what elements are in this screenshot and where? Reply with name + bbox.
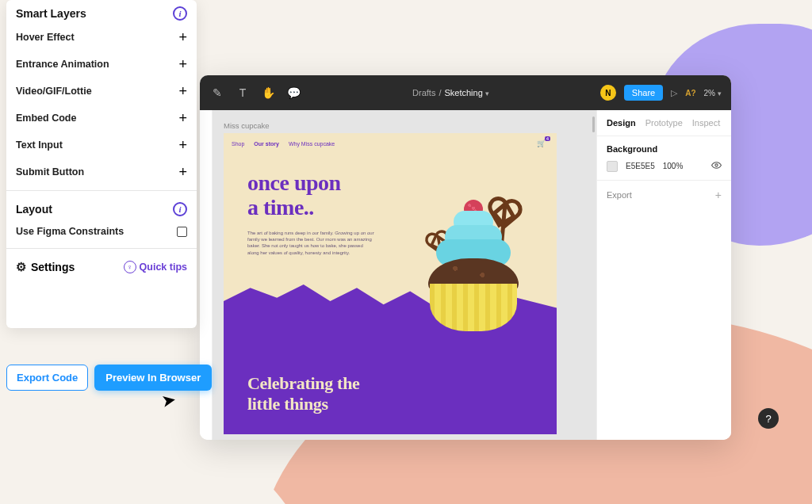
background-title: Background (607, 144, 722, 154)
label: Entrance Animation (16, 59, 109, 70)
nav-why[interactable]: Why Miss cupcake (289, 141, 335, 147)
hero-title: once upon a time.. (247, 171, 390, 220)
plus-icon: + (178, 111, 187, 125)
breadcrumb-drafts: Drafts (412, 88, 435, 97)
label: Video/GIF/Lottie (16, 86, 92, 97)
inspector-panel: Design Prototype Inspect Background E5E5… (596, 110, 731, 440)
cart-badge: 4 (545, 136, 550, 141)
inspector-tabs: Design Prototype Inspect (597, 110, 731, 136)
settings-button[interactable]: Settings (16, 260, 75, 274)
label: Submit Button (16, 166, 84, 178)
label: Hover Effect (16, 32, 75, 43)
settings-title: Settings (31, 261, 75, 273)
row-video-gif-lottie[interactable]: Video/GIF/Lottie + (6, 78, 197, 105)
color-swatch[interactable] (607, 161, 618, 172)
label: Text Input (16, 139, 63, 151)
celebrate-l1: Celebrating the (247, 373, 360, 393)
breadcrumb-sep: / (439, 88, 441, 97)
hero-body: The art of baking runs deep in our famil… (247, 230, 374, 257)
divider (6, 248, 197, 249)
settings-row: Settings ♀ Quick tips (6, 254, 197, 281)
row-submit-button[interactable]: Submit Button + (6, 158, 197, 185)
export-section[interactable]: Export + (597, 181, 731, 209)
plugin-panel: Smart Layers i Hover Effect + Entrance A… (6, 0, 197, 328)
visibility-icon[interactable] (711, 160, 722, 172)
layout-title: Layout (16, 203, 52, 216)
checkbox-icon[interactable] (177, 227, 187, 237)
hero-title-l2: a time.. (247, 196, 390, 220)
avatar[interactable]: N (600, 85, 616, 101)
breadcrumb-current: Sketching (444, 88, 488, 97)
export-code-button[interactable]: Export Code (6, 365, 88, 391)
frame-miss-cupcake[interactable]: Shop Our story Why Miss cupcake 🛒4 once … (224, 133, 557, 434)
cupcake-wrapper (430, 284, 517, 331)
zoom-dropdown[interactable]: 2% (704, 89, 722, 97)
plus-icon: + (178, 57, 187, 71)
label: Use Figma Constraints (16, 226, 124, 237)
divider (6, 190, 197, 191)
canvas-area[interactable]: Miss cupcake Shop Our story Why Miss cup… (213, 110, 596, 440)
row-hover-effect[interactable]: Hover Effect + (6, 24, 197, 51)
comment-tool-icon[interactable]: 💬 (285, 85, 301, 101)
frame-label[interactable]: Miss cupcake (224, 121, 585, 130)
cart-icon[interactable]: 🛒4 (537, 139, 546, 147)
frame-nav: Shop Our story Why Miss cupcake 🛒4 (224, 133, 557, 154)
quick-tips-button[interactable]: ♀ Quick tips (124, 261, 187, 273)
plus-icon: + (178, 138, 187, 152)
cursor-icon: ➤ (160, 390, 178, 413)
plus-icon: + (178, 84, 187, 98)
bulb-icon: ♀ (124, 261, 136, 273)
info-icon[interactable]: i (173, 6, 187, 21)
app-body: Miss cupcake Shop Our story Why Miss cup… (200, 110, 731, 440)
help-fab[interactable]: ? (758, 408, 779, 429)
hand-tool-icon[interactable]: ✋ (260, 85, 276, 101)
info-icon[interactable]: i (173, 202, 187, 216)
figma-window: ✎ T ✋ 💬 Drafts / Sketching N Share ▷ A? … (200, 75, 731, 440)
scrollbar[interactable] (592, 116, 595, 132)
layout-header: Layout i (6, 196, 197, 220)
cupcake-illustration (414, 173, 533, 331)
smart-layers-header: Smart Layers i (6, 0, 197, 24)
nav-shop[interactable]: Shop (232, 141, 244, 147)
hero-text: once upon a time.. The art of baking run… (247, 171, 390, 256)
row-figma-constraints[interactable]: Use Figma Constraints (6, 220, 197, 243)
share-button[interactable]: Share (624, 85, 663, 101)
missing-fonts-icon[interactable]: A? (685, 89, 695, 97)
text-tool-icon[interactable]: T (235, 85, 251, 101)
preview-in-browser-button[interactable]: Preview In Browser (94, 365, 212, 391)
background-row[interactable]: E5E5E5 100% (607, 160, 722, 172)
celebrate-text: Celebrating the little things (247, 373, 360, 414)
svg-point-0 (715, 164, 718, 166)
celebrate-l2: little things (247, 394, 360, 414)
label: Embed Code (16, 113, 76, 124)
row-embed-code[interactable]: Embed Code + (6, 105, 197, 132)
background-section: Background E5E5E5 100% (597, 136, 731, 181)
lasso-tool-icon[interactable]: ✎ (209, 85, 225, 101)
bg-hex: E5E5E5 (626, 162, 655, 170)
plus-icon: + (178, 30, 187, 44)
hero-title-l1: once upon (247, 171, 390, 196)
heart-topper-right (493, 185, 521, 213)
gear-icon (16, 260, 26, 274)
nav-our-story[interactable]: Our story (254, 141, 279, 147)
play-icon[interactable]: ▷ (671, 88, 677, 98)
plus-icon: + (178, 165, 187, 179)
row-text-input[interactable]: Text Input + (6, 132, 197, 158)
bg-opacity: 100% (663, 162, 684, 170)
smart-layers-title: Smart Layers (16, 7, 86, 20)
plus-icon[interactable]: + (715, 189, 722, 201)
breadcrumb[interactable]: Drafts / Sketching (309, 88, 592, 97)
export-label: Export (607, 190, 632, 200)
topbar: ✎ T ✋ 💬 Drafts / Sketching N Share ▷ A? … (200, 75, 731, 110)
panel-footer: Export Code Preview In Browser (6, 365, 212, 391)
quick-tips-label: Quick tips (140, 262, 187, 273)
tab-prototype[interactable]: Prototype (645, 118, 683, 128)
row-entrance-animation[interactable]: Entrance Animation + (6, 51, 197, 78)
tab-inspect[interactable]: Inspect (692, 118, 720, 128)
tab-design[interactable]: Design (607, 118, 636, 128)
